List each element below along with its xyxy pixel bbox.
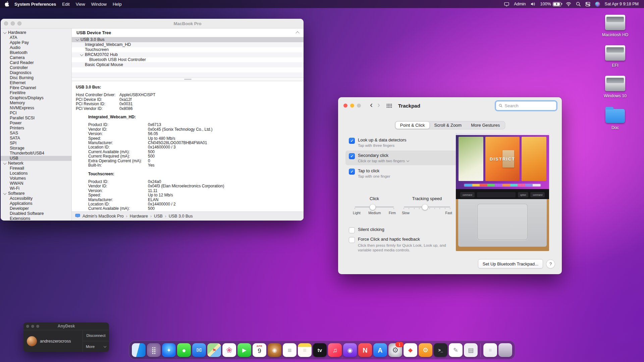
desktop-icon-doc[interactable]: Doc: [595, 106, 635, 130]
sidebar-item-diagnostics[interactable]: Diagnostics: [1, 70, 71, 75]
sidebar-item-accessibility[interactable]: Accessibility: [1, 196, 71, 201]
more-button[interactable]: More: [83, 341, 109, 352]
sidebar-item-wwan[interactable]: WWAN: [1, 181, 71, 186]
desktop-icon-macintosh-hd[interactable]: Macintosh HD: [595, 15, 635, 37]
checkbox[interactable]: [349, 227, 355, 233]
sidebar-item-sas[interactable]: SAS: [1, 131, 71, 136]
menu-help[interactable]: Help: [113, 2, 122, 7]
sidebar-item-power[interactable]: Power: [1, 121, 71, 126]
dock-icon-photos[interactable]: ❀: [222, 343, 236, 357]
sidebar-item-audio[interactable]: Audio: [1, 45, 71, 50]
sidebar-item-memory[interactable]: Memory: [1, 101, 71, 106]
dock-icon-facetime[interactable]: ▶: [237, 343, 251, 357]
sidebar-item-locations[interactable]: Locations: [1, 171, 71, 176]
dock-icon-news[interactable]: N: [358, 343, 372, 357]
zoom-button[interactable]: [36, 325, 39, 328]
minimize-button[interactable]: [350, 104, 354, 108]
chevron-down-icon[interactable]: [76, 38, 79, 41]
option-tap-to-click[interactable]: ✓Tap to clickTap with one finger: [345, 166, 459, 181]
volume-icon[interactable]: [531, 2, 536, 6]
dock-icon-anydesk[interactable]: ◆: [404, 343, 417, 357]
chevron-down-icon[interactable]: [407, 159, 409, 162]
sidebar-item-spi[interactable]: SPI: [1, 141, 71, 146]
disconnect-button[interactable]: Disconnect: [83, 330, 109, 341]
sidebar-item-nvmexpress[interactable]: NVMExpress: [1, 106, 71, 111]
slider-thumb[interactable]: [422, 204, 428, 210]
close-button[interactable]: [343, 104, 347, 108]
close-button[interactable]: [26, 325, 29, 328]
menu-view[interactable]: View: [76, 2, 85, 7]
sidebar-item-ethernet[interactable]: Ethernet: [1, 80, 71, 85]
option-silent-clicking[interactable]: Silent clicking: [345, 226, 463, 235]
sidebar-item-extensions[interactable]: Extensions: [1, 216, 71, 221]
dock-icon-printer[interactable]: ▤: [464, 343, 478, 357]
dock-icon-reminders[interactable]: ≡: [283, 343, 297, 357]
sidebar-item-sata[interactable]: SATA: [1, 136, 71, 141]
sidebar-item-developer[interactable]: Developer: [1, 206, 71, 211]
tree-row-basic-optical-mouse[interactable]: Basic Optical Mouse: [72, 62, 304, 67]
trackpad-demo-video[interactable]: DISTRICT command option command: [456, 133, 549, 251]
sidebar-section-software[interactable]: Software: [1, 191, 71, 196]
search-field[interactable]: [496, 101, 556, 110]
siri-icon[interactable]: [595, 2, 600, 7]
sidebar-item-pci[interactable]: PCI: [1, 111, 71, 116]
display-status-icon[interactable]: [504, 2, 509, 6]
slider-thumb[interactable]: [370, 204, 376, 210]
dock-icon-tv[interactable]: tv: [313, 343, 327, 357]
sidebar-item-usb[interactable]: USB: [1, 156, 71, 161]
dock-icon-messages[interactable]: ●: [177, 343, 191, 357]
dock-icon-photo-booth[interactable]: ◉: [268, 343, 281, 357]
back-button[interactable]: ‹: [368, 100, 375, 110]
apple-menu[interactable]: [5, 1, 9, 7]
dock-icon-notes[interactable]: ≡: [298, 343, 312, 357]
wifi-icon[interactable]: [566, 2, 571, 6]
battery-status[interactable]: 100%: [540, 2, 561, 6]
tree-row-integrated-webcam-hd[interactable]: Integrated_Webcam_HD: [72, 42, 304, 47]
sidebar-item-disc-burning[interactable]: Disc Burning: [1, 75, 71, 80]
minimize-button[interactable]: [31, 325, 34, 328]
sidebar-item-disabled-software[interactable]: Disabled Software: [1, 211, 71, 216]
sidebar-item-fibre-channel[interactable]: Fibre Channel: [1, 85, 71, 90]
minimize-button[interactable]: [11, 21, 15, 25]
sidebar-item-bluetooth[interactable]: Bluetooth: [1, 50, 71, 55]
tree-row-touchscreen[interactable]: Touchscreen: [72, 47, 304, 52]
slider-track[interactable]: [355, 204, 394, 209]
sidebar-item-firewire[interactable]: FireWire: [1, 90, 71, 96]
app-menu-title[interactable]: System Preferences: [14, 2, 56, 7]
sidebar-item-apple-pay[interactable]: Apple Pay: [1, 40, 71, 45]
sysinfo-titlebar[interactable]: MacBook Pro: [1, 19, 304, 28]
dock-icon-finder[interactable]: [132, 343, 146, 357]
sidebar-section-network[interactable]: Network: [1, 161, 71, 166]
sidebar-item-graphics-displays[interactable]: Graphics/Displays: [1, 96, 71, 101]
trackpad-toolbar[interactable]: ‹ › Trackpad: [338, 97, 562, 114]
option-secondary-click[interactable]: ✓Secondary clickClick or tap with two fi…: [345, 150, 459, 165]
setup-bluetooth-trackpad-button[interactable]: Set Up Bluetooth Trackpad...: [478, 259, 543, 268]
chevron-down-icon[interactable]: [80, 53, 84, 56]
sidebar-item-thunderbolt-usb4[interactable]: Thunderbolt/USB4: [1, 151, 71, 156]
sidebar-item-card-reader[interactable]: Card Reader: [1, 60, 71, 65]
splitter-handle[interactable]: [72, 77, 304, 81]
dock-icon-music[interactable]: ♫: [328, 343, 342, 357]
search-icon[interactable]: [576, 2, 581, 6]
dock-icon-podcasts[interactable]: ◉: [343, 343, 357, 357]
sidebar-item-storage[interactable]: Storage: [1, 146, 71, 151]
dock-icon-mail[interactable]: ✉: [192, 343, 206, 357]
checkbox[interactable]: [349, 237, 355, 243]
checkbox[interactable]: ✓: [349, 169, 355, 175]
checkbox[interactable]: ✓: [349, 153, 355, 159]
option-force-click-and-haptic-feedback[interactable]: Force Click and haptic feedbackClick the…: [345, 235, 463, 254]
desktop-icon-efi[interactable]: EFI: [595, 45, 635, 68]
zoom-button[interactable]: [357, 104, 361, 108]
menu-edit[interactable]: Edit: [62, 2, 69, 7]
user-menu[interactable]: Admin: [514, 2, 526, 6]
show-all-icon[interactable]: [386, 104, 392, 108]
dock-icon-calendar[interactable]: APR9: [253, 343, 266, 357]
tree-row-usb-3-0-bus[interactable]: USB 3.0 Bus: [72, 37, 304, 42]
clock[interactable]: Sat Apr 9 9:18 PM: [605, 2, 639, 6]
sidebar-item-ata[interactable]: ATA: [1, 35, 71, 40]
sidebar-item-wi-fi[interactable]: Wi-Fi: [1, 186, 71, 191]
sidebar-item-controller[interactable]: Controller: [1, 65, 71, 70]
sidebar-item-camera[interactable]: Camera: [1, 55, 71, 60]
tree-row-brcm20702-hub[interactable]: BRCM20702 Hub: [72, 52, 304, 57]
zoom-button[interactable]: [17, 21, 21, 25]
